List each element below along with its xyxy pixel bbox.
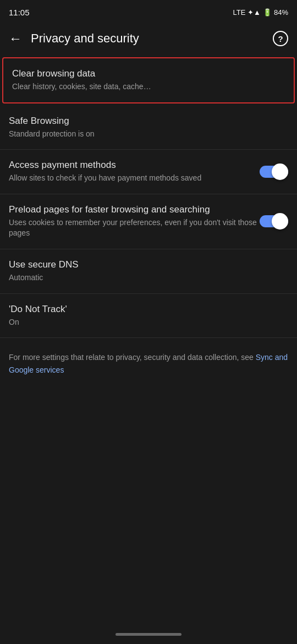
settings-item-subtitle: Clear history, cookies, site data, cache… [12,81,285,92]
settings-item-subtitle: Automatic [9,272,288,283]
page-title: Privacy and security [31,31,264,46]
settings-item-subtitle: On [9,317,288,328]
settings-item-title: Safe Browsing [9,116,288,127]
settings-list: Clear browsing data Clear history, cooki… [0,57,297,338]
settings-item-access-payment-methods[interactable]: Access payment methods Allow sites to ch… [0,150,297,194]
settings-item-do-not-track[interactable]: 'Do Not Track' On [0,294,297,339]
battery-icon: 🔋 [263,8,272,17]
status-icons: LTE ✦▲ 🔋 84% [233,8,288,17]
settings-item-subtitle: Standard protection is on [9,129,288,140]
settings-item-use-secure-dns[interactable]: Use secure DNS Automatic [0,249,297,294]
toggle-thumb [272,163,288,180]
footer-description: For more settings that relate to privacy… [9,353,256,362]
toggle-thumb [272,213,288,230]
settings-item-title: Clear browsing data [12,68,285,79]
signal-icon: LTE ✦▲ [233,8,261,17]
settings-item-clear-browsing-data[interactable]: Clear browsing data Clear history, cooki… [2,57,295,103]
battery-percent: 84% [274,8,288,17]
settings-item-content: 'Do Not Track' On [9,304,288,328]
back-icon: ← [9,31,22,46]
bottom-handle [116,633,182,636]
settings-item-subtitle: Allow sites to check if you have payment… [9,173,260,184]
settings-item-title: Access payment methods [9,160,260,171]
bottom-nav-bar [0,624,297,644]
settings-item-subtitle: Uses cookies to remember your preference… [9,217,260,239]
settings-item-content: Preload pages for faster browsing and se… [9,204,260,239]
settings-item-content: Clear browsing data Clear history, cooki… [12,68,285,92]
settings-item-title: 'Do Not Track' [9,304,288,315]
settings-item-title: Use secure DNS [9,259,288,270]
status-bar: 11:05 LTE ✦▲ 🔋 84% [0,0,297,22]
toolbar: ← Privacy and security ? [0,22,297,55]
preload-pages-toggle[interactable] [260,213,288,230]
help-button[interactable]: ? [273,31,288,46]
settings-item-title: Preload pages for faster browsing and se… [9,204,260,215]
settings-item-preload-pages[interactable]: Preload pages for faster browsing and se… [0,194,297,249]
footer-text: For more settings that relate to privacy… [0,338,297,389]
payment-methods-toggle[interactable] [260,163,288,180]
status-time: 11:05 [9,8,30,17]
back-button[interactable]: ← [9,31,22,46]
settings-item-content: Access payment methods Allow sites to ch… [9,160,260,184]
help-icon: ? [278,34,283,43]
settings-item-content: Use secure DNS Automatic [9,259,288,283]
settings-item-safe-browsing[interactable]: Safe Browsing Standard protection is on [0,106,297,150]
settings-item-content: Safe Browsing Standard protection is on [9,116,288,140]
